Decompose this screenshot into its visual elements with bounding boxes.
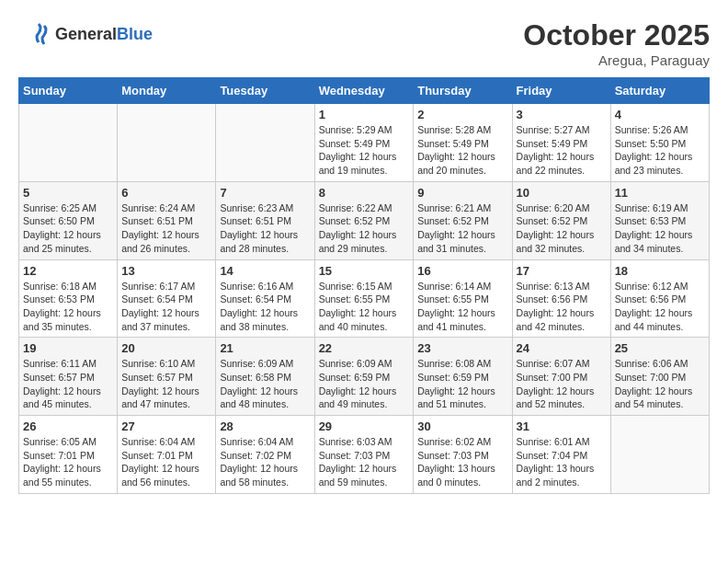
day-info: Sunrise: 6:10 AM Sunset: 6:57 PM Dayligh… — [121, 357, 211, 411]
calendar-week-row: 12Sunrise: 6:18 AM Sunset: 6:53 PM Dayli… — [19, 259, 710, 338]
calendar-cell: 28Sunrise: 6:04 AM Sunset: 7:02 PM Dayli… — [216, 416, 314, 494]
day-number: 4 — [615, 108, 705, 121]
day-number: 19 — [23, 341, 113, 355]
day-info: Sunrise: 6:09 AM Sunset: 6:59 PM Dayligh… — [319, 357, 410, 411]
calendar-week-row: 1Sunrise: 5:29 AM Sunset: 5:49 PM Daylig… — [19, 104, 710, 182]
calendar-cell: 10Sunrise: 6:20 AM Sunset: 6:52 PM Dayli… — [512, 181, 610, 259]
day-number: 30 — [417, 419, 507, 433]
day-number: 21 — [220, 341, 310, 355]
day-number: 14 — [220, 264, 310, 278]
weekday-header-friday: Friday — [512, 78, 610, 104]
svg-rect-0 — [18, 18, 51, 52]
calendar-cell: 18Sunrise: 6:12 AM Sunset: 6:56 PM Dayli… — [610, 259, 709, 338]
calendar-cell: 17Sunrise: 6:13 AM Sunset: 6:56 PM Dayli… — [512, 259, 610, 338]
day-number: 27 — [121, 419, 211, 433]
weekday-header-saturday: Saturday — [610, 78, 709, 104]
day-info: Sunrise: 5:27 AM Sunset: 5:49 PM Dayligh… — [517, 123, 607, 178]
day-info: Sunrise: 5:26 AM Sunset: 5:50 PM Dayligh… — [615, 123, 705, 178]
calendar-cell: 15Sunrise: 6:15 AM Sunset: 6:55 PM Dayli… — [314, 259, 414, 338]
day-number: 29 — [319, 419, 410, 433]
logo-blue-text: Blue — [117, 25, 153, 43]
calendar-cell: 12Sunrise: 6:18 AM Sunset: 6:53 PM Dayli… — [19, 259, 118, 338]
calendar-week-row: 26Sunrise: 6:05 AM Sunset: 7:01 PM Dayli… — [19, 416, 710, 494]
day-info: Sunrise: 6:19 AM Sunset: 6:53 PM Dayligh… — [615, 201, 705, 256]
weekday-header-monday: Monday — [118, 78, 216, 104]
day-number: 6 — [121, 186, 211, 200]
day-number: 5 — [23, 186, 113, 200]
day-info: Sunrise: 6:01 AM Sunset: 7:04 PM Dayligh… — [517, 435, 607, 489]
calendar-cell — [216, 104, 314, 182]
day-info: Sunrise: 6:12 AM Sunset: 6:56 PM Dayligh… — [615, 280, 705, 334]
day-info: Sunrise: 6:11 AM Sunset: 6:57 PM Dayligh… — [23, 357, 113, 411]
calendar-cell: 2Sunrise: 5:28 AM Sunset: 5:49 PM Daylig… — [414, 104, 512, 182]
calendar-cell: 4Sunrise: 5:26 AM Sunset: 5:50 PM Daylig… — [610, 104, 709, 182]
day-number: 11 — [615, 186, 705, 200]
day-info: Sunrise: 6:06 AM Sunset: 7:00 PM Dayligh… — [615, 357, 705, 411]
calendar-cell: 11Sunrise: 6:19 AM Sunset: 6:53 PM Dayli… — [610, 181, 709, 259]
day-info: Sunrise: 6:18 AM Sunset: 6:53 PM Dayligh… — [23, 280, 113, 334]
day-info: Sunrise: 6:15 AM Sunset: 6:55 PM Dayligh… — [319, 280, 410, 334]
day-number: 28 — [220, 419, 310, 433]
day-info: Sunrise: 6:17 AM Sunset: 6:54 PM Dayligh… — [121, 280, 211, 334]
calendar-cell: 30Sunrise: 6:02 AM Sunset: 7:03 PM Dayli… — [414, 416, 512, 494]
calendar-cell: 9Sunrise: 6:21 AM Sunset: 6:52 PM Daylig… — [414, 181, 512, 259]
calendar-cell: 16Sunrise: 6:14 AM Sunset: 6:55 PM Dayli… — [414, 259, 512, 338]
calendar-cell: 20Sunrise: 6:10 AM Sunset: 6:57 PM Dayli… — [118, 338, 216, 416]
calendar-cell: 8Sunrise: 6:22 AM Sunset: 6:52 PM Daylig… — [314, 181, 414, 259]
day-info: Sunrise: 6:03 AM Sunset: 7:03 PM Dayligh… — [319, 435, 410, 489]
calendar-cell: 7Sunrise: 6:23 AM Sunset: 6:51 PM Daylig… — [216, 181, 314, 259]
calendar-table: SundayMondayTuesdayWednesdayThursdayFrid… — [18, 77, 710, 494]
weekday-header-tuesday: Tuesday — [216, 78, 314, 104]
day-info: Sunrise: 6:25 AM Sunset: 6:50 PM Dayligh… — [23, 201, 113, 256]
calendar-cell — [19, 104, 118, 182]
calendar-cell: 22Sunrise: 6:09 AM Sunset: 6:59 PM Dayli… — [314, 338, 414, 416]
calendar-cell: 3Sunrise: 5:27 AM Sunset: 5:49 PM Daylig… — [512, 104, 610, 182]
calendar-week-row: 5Sunrise: 6:25 AM Sunset: 6:50 PM Daylig… — [19, 181, 710, 259]
day-number: 31 — [517, 419, 607, 433]
day-info: Sunrise: 5:29 AM Sunset: 5:49 PM Dayligh… — [319, 123, 410, 178]
logo: GeneralBlue — [18, 18, 153, 52]
day-number: 13 — [121, 264, 211, 278]
day-number: 1 — [319, 108, 410, 121]
month-title: October 2025 — [523, 18, 710, 52]
day-info: Sunrise: 6:20 AM Sunset: 6:52 PM Dayligh… — [517, 201, 607, 256]
day-info: Sunrise: 5:28 AM Sunset: 5:49 PM Dayligh… — [417, 123, 507, 178]
calendar-cell: 19Sunrise: 6:11 AM Sunset: 6:57 PM Dayli… — [19, 338, 118, 416]
calendar-cell: 25Sunrise: 6:06 AM Sunset: 7:00 PM Dayli… — [610, 338, 709, 416]
logo-general-text: General — [55, 25, 117, 43]
day-number: 3 — [517, 108, 607, 121]
day-info: Sunrise: 6:13 AM Sunset: 6:56 PM Dayligh… — [517, 280, 607, 334]
calendar-cell: 1Sunrise: 5:29 AM Sunset: 5:49 PM Daylig… — [314, 104, 414, 182]
calendar-cell: 13Sunrise: 6:17 AM Sunset: 6:54 PM Dayli… — [118, 259, 216, 338]
day-number: 26 — [23, 419, 113, 433]
calendar-cell — [118, 104, 216, 182]
day-info: Sunrise: 6:04 AM Sunset: 7:01 PM Dayligh… — [121, 435, 211, 489]
day-number: 22 — [319, 341, 410, 355]
calendar-cell: 31Sunrise: 6:01 AM Sunset: 7:04 PM Dayli… — [512, 416, 610, 494]
day-info: Sunrise: 6:05 AM Sunset: 7:01 PM Dayligh… — [23, 435, 113, 489]
calendar-cell: 29Sunrise: 6:03 AM Sunset: 7:03 PM Dayli… — [314, 416, 414, 494]
page-header: GeneralBlue October 2025 Aregua, Paragua… — [18, 18, 710, 68]
calendar-cell: 23Sunrise: 6:08 AM Sunset: 6:59 PM Dayli… — [414, 338, 512, 416]
location-subtitle: Aregua, Paraguay — [523, 52, 710, 68]
calendar-cell: 26Sunrise: 6:05 AM Sunset: 7:01 PM Dayli… — [19, 416, 118, 494]
weekday-header-wednesday: Wednesday — [314, 78, 414, 104]
day-info: Sunrise: 6:23 AM Sunset: 6:51 PM Dayligh… — [220, 201, 310, 256]
calendar-week-row: 19Sunrise: 6:11 AM Sunset: 6:57 PM Dayli… — [19, 338, 710, 416]
calendar-cell: 6Sunrise: 6:24 AM Sunset: 6:51 PM Daylig… — [118, 181, 216, 259]
logo-icon — [18, 18, 51, 52]
calendar-cell: 27Sunrise: 6:04 AM Sunset: 7:01 PM Dayli… — [118, 416, 216, 494]
day-number: 12 — [23, 264, 113, 278]
weekday-header-sunday: Sunday — [19, 78, 118, 104]
day-info: Sunrise: 6:16 AM Sunset: 6:54 PM Dayligh… — [220, 280, 310, 334]
calendar-cell — [610, 416, 709, 494]
day-number: 8 — [319, 186, 410, 200]
day-number: 23 — [417, 341, 507, 355]
day-info: Sunrise: 6:24 AM Sunset: 6:51 PM Dayligh… — [121, 201, 211, 256]
day-number: 15 — [319, 264, 410, 278]
day-number: 24 — [517, 341, 607, 355]
day-number: 7 — [220, 186, 310, 200]
day-info: Sunrise: 6:08 AM Sunset: 6:59 PM Dayligh… — [417, 357, 507, 411]
calendar-cell: 14Sunrise: 6:16 AM Sunset: 6:54 PM Dayli… — [216, 259, 314, 338]
day-info: Sunrise: 6:21 AM Sunset: 6:52 PM Dayligh… — [417, 201, 507, 256]
